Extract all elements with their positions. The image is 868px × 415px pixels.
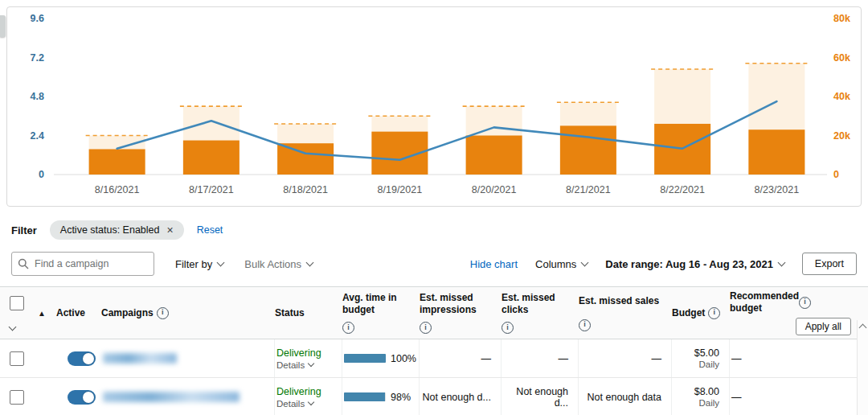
filter-by-dropdown[interactable]: Filter by — [175, 258, 223, 270]
chevron-down-icon — [217, 258, 225, 266]
filter-chip[interactable]: Active status: Enabled — [50, 220, 184, 240]
svg-text:0: 0 — [833, 169, 839, 180]
apply-all-button[interactable]: Apply all — [796, 318, 851, 335]
column-budget[interactable]: Budget — [672, 287, 730, 339]
est-missed-clicks-cell: — — [502, 339, 579, 377]
column-est-missed-sales[interactable]: Est. missed sales — [579, 287, 672, 339]
svg-text:8/16/2021: 8/16/2021 — [95, 184, 140, 195]
bulk-actions-dropdown[interactable]: Bulk Actions — [244, 258, 313, 270]
remove-filter-icon[interactable] — [166, 224, 173, 236]
scroll-up-icon[interactable] — [859, 324, 867, 332]
column-recommended-budget[interactable]: Recommended budget Apply all — [730, 287, 858, 339]
campaign-name-redacted[interactable] — [103, 392, 240, 402]
filter-row: Filter Active status: Enabled Reset — [11, 220, 868, 240]
campaign-name-redacted[interactable] — [103, 353, 177, 364]
budget-time-bar — [344, 392, 386, 401]
est-missed-impressions-cell: — — [420, 339, 502, 377]
toolbar: Filter by Bulk Actions Hide chart Column… — [11, 252, 857, 276]
svg-text:0: 0 — [39, 169, 44, 180]
svg-text:4.8: 4.8 — [31, 91, 44, 102]
row-checkbox[interactable] — [10, 390, 24, 405]
recommended-budget-cell: — — [730, 339, 858, 377]
column-avg-time-in-budget[interactable]: Avg. time in budget — [342, 287, 420, 339]
info-icon[interactable] — [799, 297, 811, 309]
row-active-cell — [56, 378, 101, 415]
hide-chart-link[interactable]: Hide chart — [470, 258, 518, 270]
columns-label: Columns — [535, 258, 576, 270]
campaigns-table: Active Campaigns Status Avg. time in bud… — [0, 286, 868, 415]
row-select-cell — [0, 339, 32, 377]
campaign-cell — [101, 339, 275, 377]
select-menu-chevron-icon[interactable] — [9, 323, 17, 331]
campaign-cell — [101, 378, 275, 415]
toolbar-right-group: Hide chart Columns Date range: Aug 16 - … — [470, 253, 857, 275]
info-icon[interactable] — [579, 319, 591, 331]
row-alert-cell — [32, 339, 56, 377]
svg-text:80k: 80k — [833, 13, 850, 24]
date-range-label: Date range: Aug 16 - Aug 23, 2021 — [605, 258, 773, 270]
row-alert-cell — [32, 378, 56, 415]
svg-text:8/17/2021: 8/17/2021 — [189, 184, 234, 195]
table-scrollbar[interactable] — [857, 320, 868, 415]
svg-text:20k: 20k — [833, 130, 850, 142]
chevron-down-icon — [581, 258, 589, 266]
est-missed-sales-cell: Not enough data — [579, 378, 672, 415]
column-est-missed-clicks[interactable]: Est. missed clicks — [502, 287, 579, 339]
active-toggle[interactable] — [68, 390, 96, 405]
info-icon[interactable] — [708, 307, 720, 319]
recommended-budget-cell: — — [730, 378, 858, 415]
select-all-checkbox[interactable] — [10, 296, 24, 310]
avg-time-value: 100% — [391, 353, 416, 364]
select-all-cell — [0, 287, 32, 339]
details-link[interactable]: Details — [276, 399, 313, 409]
column-active[interactable]: Active — [56, 287, 101, 339]
toggle-knob — [83, 353, 94, 364]
search-box — [11, 252, 154, 276]
columns-dropdown[interactable]: Columns — [535, 258, 588, 270]
svg-text:7.2: 7.2 — [31, 52, 44, 64]
filter-by-label: Filter by — [175, 258, 212, 270]
export-button[interactable]: Export — [802, 253, 857, 275]
table-header: Active Campaigns Status Avg. time in bud… — [0, 286, 868, 339]
budget-cell: $8.00Daily — [672, 378, 730, 415]
bulk-actions-label: Bulk Actions — [244, 258, 301, 270]
info-icon[interactable] — [502, 322, 514, 334]
filter-chip-label: Active status: Enabled — [60, 224, 160, 236]
recommended-budget-value: — — [731, 392, 742, 403]
alert-column-header — [32, 287, 56, 339]
svg-text:8/23/2021: 8/23/2021 — [755, 184, 800, 195]
active-toggle[interactable] — [68, 351, 96, 366]
budget-cell: $5.00Daily — [672, 339, 730, 377]
reset-link[interactable]: Reset — [197, 224, 223, 236]
chevron-down-icon — [777, 258, 785, 266]
budget-time-bar — [344, 354, 386, 363]
svg-text:8/20/2021: 8/20/2021 — [472, 184, 517, 195]
svg-text:8/19/2021: 8/19/2021 — [378, 184, 423, 195]
budget-value: $5.00 — [694, 347, 719, 359]
avg-time-value: 98% — [391, 392, 411, 403]
budget-frequency: Daily — [698, 398, 719, 408]
row-checkbox[interactable] — [10, 351, 24, 366]
budget-frequency: Daily — [698, 360, 719, 369]
status-cell: DeliveringDetails — [275, 339, 342, 377]
column-est-missed-impressions[interactable]: Est. missed impressions — [420, 287, 502, 339]
info-icon[interactable] — [342, 322, 354, 334]
row-select-cell — [0, 378, 32, 415]
chevron-down-icon — [306, 258, 314, 266]
table-row: DeliveringDetails 100% — — — $5.00Daily … — [0, 339, 868, 378]
svg-text:8/21/2021: 8/21/2021 — [566, 184, 611, 195]
table-body: DeliveringDetails 100% — — — $5.00Daily … — [0, 339, 868, 415]
status-text: Delivering — [276, 386, 321, 397]
info-icon[interactable] — [420, 322, 432, 334]
est-missed-impressions-cell: Not enough d... — [420, 378, 502, 415]
details-link[interactable]: Details — [276, 360, 313, 370]
column-campaigns[interactable]: Campaigns — [101, 287, 275, 339]
side-panel-handle[interactable] — [0, 15, 6, 37]
info-icon[interactable] — [157, 307, 169, 319]
chevron-down-icon — [308, 398, 314, 405]
search-input[interactable] — [11, 252, 154, 276]
chevron-down-icon — [308, 360, 314, 366]
column-status[interactable]: Status — [275, 287, 342, 339]
date-range-dropdown[interactable]: Date range: Aug 16 - Aug 23, 2021 — [605, 258, 784, 270]
table-row: DeliveringDetails 98% Not enough d... No… — [0, 378, 868, 415]
